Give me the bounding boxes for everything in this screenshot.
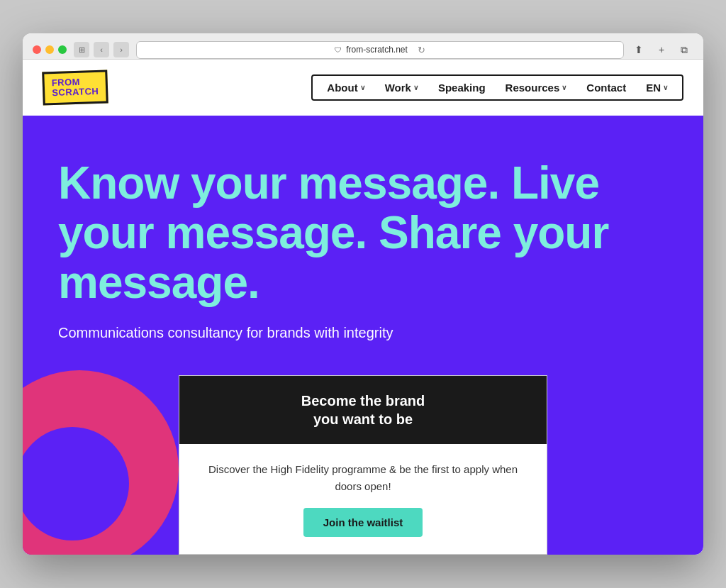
nav-item-language[interactable]: EN ∨ [646,82,668,94]
cta-card-title: Become the brandyou want to be [196,392,530,428]
nav-item-about[interactable]: About ∨ [327,82,364,94]
hero-content: Know your message. Live your message. Sh… [58,158,611,341]
close-button[interactable] [33,45,41,54]
chevron-down-icon: ∨ [663,84,668,91]
reload-icon[interactable]: ↻ [418,45,425,55]
chevron-down-icon: ∨ [562,84,566,91]
url-text: from-scratch.net [346,45,408,55]
add-tab-button[interactable]: + [652,40,671,59]
site-header: FROM SCRATCH About ∨ Work ∨ S [23,60,703,116]
nav-item-work[interactable]: Work ∨ [385,82,418,94]
main-nav: About ∨ Work ∨ Speaking Resources ∨ [311,74,683,101]
chevron-down-icon: ∨ [360,84,365,91]
nav-item-contact[interactable]: Contact [586,82,626,94]
forward-button[interactable]: › [113,42,129,57]
cta-card-description: Discover the High Fidelity programme & b… [208,461,518,495]
nav-item-resources[interactable]: Resources ∨ [506,82,567,94]
back-button[interactable]: ‹ [94,42,109,57]
browser-chrome: ⊞ ‹ › 🛡 from-scratch.net ↻ ⬆ + ⧉ [23,33,703,60]
browser-action-buttons: ⬆ + ⧉ [630,40,693,59]
hero-heading: Know your message. Live your message. Sh… [58,158,611,308]
cta-card: Become the brandyou want to be Discover … [179,375,547,555]
logo-line2: SCRATCH [52,87,99,99]
browser-window: ⊞ ‹ › 🛡 from-scratch.net ↻ ⬆ + ⧉ [23,33,703,555]
website-content: FROM SCRATCH About ∨ Work ∨ S [23,60,703,555]
logo[interactable]: FROM SCRATCH [43,71,108,104]
minimize-button[interactable] [45,45,54,54]
hero-subtext: Communications consultancy for brands wi… [58,325,611,341]
join-waitlist-button[interactable]: Join the waitlist [303,508,423,537]
address-bar[interactable]: 🛡 from-scratch.net ↻ [136,41,624,59]
chevron-down-icon: ∨ [413,84,418,91]
traffic-lights [33,45,67,54]
maximize-button[interactable] [58,45,67,54]
security-icon: 🛡 [335,46,342,54]
browser-controls: ⊞ ‹ › [74,42,129,57]
share-button[interactable]: ⬆ [630,40,648,59]
hero-section: Know your message. Live your message. Sh… [23,116,703,555]
cta-card-body: Discover the High Fidelity programme & b… [179,444,547,554]
nav-item-speaking[interactable]: Speaking [438,82,486,94]
cta-card-header: Become the brandyou want to be [179,376,547,444]
browser-layout-icon[interactable]: ⊞ [74,42,89,57]
hero-decoration [23,370,179,555]
tabs-button[interactable]: ⧉ [675,40,693,59]
